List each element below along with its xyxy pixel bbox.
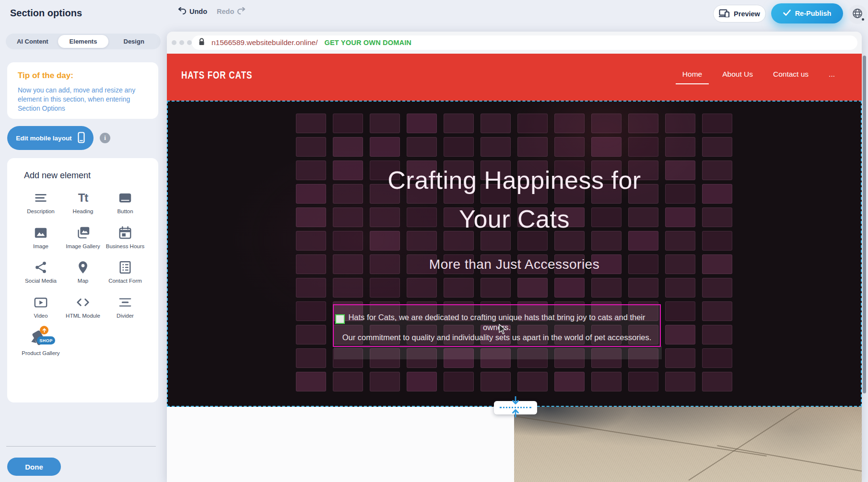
element-description[interactable]: Description [20,190,62,215]
element-heading[interactable]: Tt Heading [62,190,104,215]
element-image[interactable]: Image [20,225,62,250]
grid-tile [665,114,695,133]
upgrade-arrow-icon [40,326,48,334]
grid-tile [628,114,658,133]
element-social-media[interactable]: Social Media [20,259,62,285]
hero-heading[interactable]: Crafting Happiness for Your Cats [168,161,861,239]
heading-icon: Tt [75,190,91,206]
element-html-module[interactable]: HTML Module [62,294,104,320]
scrollbar-thumb[interactable] [863,56,866,393]
grid-tile [554,278,585,298]
undo-icon [178,7,187,16]
grid-tile [296,278,326,298]
preview-scrollbar[interactable] [862,54,867,482]
page-title: Section options [10,8,82,19]
grid-tile [702,372,732,391]
section-resize-handle[interactable] [494,401,537,414]
grid-tile [591,114,622,133]
grid-tile [628,278,658,298]
grid-tile [407,137,437,157]
element-business-hours[interactable]: Business Hours [104,225,146,250]
grid-tile [591,372,622,391]
element-divider[interactable]: Divider [104,294,146,320]
nav-home[interactable]: Home [680,67,704,84]
button-icon [117,190,133,206]
grid-tile [333,278,363,298]
site-nav: Home About Us Contact us ... [680,67,837,84]
nav-about-us[interactable]: About Us [720,67,755,84]
republish-button[interactable]: Re-Publish [771,3,843,23]
description-icon [33,190,49,206]
element-button[interactable]: Button [104,190,146,215]
info-icon[interactable]: i [100,133,110,143]
grid-tile [517,372,548,391]
grid-tile [296,372,326,391]
grid-tile [481,278,511,298]
grid-tile [665,325,695,344]
tab-design[interactable]: Design [108,35,159,48]
social-media-icon [33,259,49,275]
redo-icon [237,7,246,16]
sidebar-divider [6,446,156,447]
grid-tile [517,137,548,157]
language-globe-button[interactable] [848,5,867,24]
grid-tile [702,301,732,321]
grid-tile [444,278,474,298]
window-dots-icon [172,40,192,45]
devices-icon [719,9,729,19]
site-header: HATS FOR CATS Home About Us Contact us .… [167,54,862,101]
grid-tile [665,372,695,391]
browser-chrome: n1566589.websitebuilder.online/ GET YOUR… [167,32,862,54]
pavement-image [514,407,862,482]
edit-mobile-layout-button[interactable]: Edit mobile layout [7,126,94,150]
grid-tile [554,114,585,133]
map-pin-icon [75,259,91,275]
grid-tile [702,325,732,344]
grid-tile [554,137,585,157]
grid-tile [702,114,732,133]
grid-tile [444,114,474,133]
phone-icon [78,132,85,145]
mouse-cursor-icon [499,324,506,336]
done-button[interactable]: Done [7,458,61,476]
tip-title: Tip of the day: [18,71,148,80]
element-grid: Description Tt Heading Button Image Imag… [20,190,146,357]
address-bar[interactable]: n1566589.websitebuilder.online/ GET YOUR… [192,35,857,50]
element-contact-form[interactable]: Contact Form [104,259,146,285]
tab-ai-content[interactable]: AI Content [7,35,58,48]
code-icon [75,294,91,310]
preview-button[interactable]: Preview [713,5,766,23]
grid-tile [702,137,732,157]
grid-tile [444,372,474,391]
grid-tile [296,114,326,133]
get-domain-link[interactable]: GET YOUR OWN DOMAIN [324,39,411,46]
grid-tile [370,278,400,298]
grid-tile [333,137,363,157]
element-video[interactable]: Video [20,294,62,320]
grid-tile [591,278,622,298]
tab-elements[interactable]: Elements [58,35,109,48]
lock-icon [199,38,205,47]
hero-section[interactable]: Crafting Happiness for Your Cats More th… [167,101,862,407]
grid-tile [333,114,363,133]
element-image-gallery[interactable]: Image Gallery [62,225,104,250]
site-logo[interactable]: HATS FOR CATS [181,70,252,82]
browser-preview: n1566589.websitebuilder.online/ GET YOUR… [167,32,862,482]
add-element-title: Add new element [24,171,91,181]
nav-contact-us[interactable]: Contact us [771,67,810,84]
grid-tile [481,372,511,391]
element-drag-handle[interactable] [335,314,345,324]
arrow-up-icon [512,408,519,419]
nav-more-ellipsis[interactable]: ... [827,67,837,84]
grid-tile [665,278,695,298]
element-product-gallery[interactable]: SHOP Product Gallery [20,329,62,357]
grid-tile [591,137,622,157]
grid-tile [444,137,474,157]
selected-text-element[interactable]: Hats for Cats, we are dedicated to craft… [333,304,661,347]
redo-button[interactable]: Redo [217,7,246,16]
grid-tile [333,372,363,391]
grid-tile [370,137,400,157]
undo-button[interactable]: Undo [178,7,207,16]
hero-subheading[interactable]: More than Just Accessories [168,257,861,272]
element-map[interactable]: Map [62,259,104,285]
